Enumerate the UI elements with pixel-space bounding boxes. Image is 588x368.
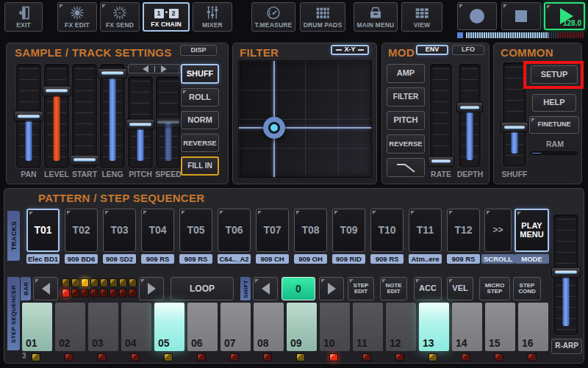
step-edit-button[interactable]: STEP EDIT [348, 277, 374, 300]
pitch-slider[interactable] [128, 76, 153, 168]
bar-flag[interactable] [129, 278, 137, 287]
bar-flag[interactable] [119, 289, 127, 297]
shift-value-display[interactable]: 0 [282, 277, 315, 300]
reverse-button[interactable]: REVERSE [181, 134, 219, 152]
exit-button[interactable]: EXIT [4, 2, 43, 32]
pan-slider-handle[interactable] [14, 111, 43, 122]
mod-rate-slider-handle[interactable] [428, 156, 454, 167]
pan-slider[interactable] [16, 64, 41, 168]
track-button-t12[interactable]: T12 [447, 209, 480, 252]
stop-button[interactable] [501, 2, 541, 30]
step-pad-01[interactable]: 01 [22, 303, 52, 351]
common-shuffle-slider-handle[interactable] [501, 122, 528, 133]
mod-env-shape-button[interactable] [387, 158, 425, 177]
mod-rate-slider[interactable] [430, 64, 452, 167]
r-arp-button[interactable]: R-ARP [551, 339, 582, 354]
track-button-t08[interactable]: T08 [294, 209, 327, 252]
help-button[interactable]: HELP [532, 94, 576, 112]
step-pad-12[interactable]: 12 [386, 303, 416, 351]
note-edit-button[interactable]: NOTE EDIT [380, 277, 407, 300]
finetune-button[interactable]: FINETUNE [529, 116, 579, 134]
bar-flag[interactable] [90, 289, 98, 297]
bar-flag[interactable] [62, 278, 70, 287]
mod-filter-button[interactable]: FILTER [387, 87, 425, 107]
filter-xy-pad[interactable] [238, 60, 372, 178]
micro-step-button[interactable]: MICRO STEP [479, 277, 510, 300]
step-pad-09[interactable]: 09 [287, 303, 317, 351]
mod-reverse-button[interactable]: REVERSE [387, 134, 425, 154]
norm-button[interactable]: NORM [181, 111, 219, 129]
mod-depth-slider[interactable] [459, 64, 481, 167]
track-button-t04[interactable]: T04 [141, 209, 174, 252]
bar-next-button[interactable] [139, 277, 164, 300]
mod-tab-lfo[interactable]: LFO [452, 45, 484, 55]
track-button-t10[interactable]: T10 [370, 209, 404, 252]
fill-in-button[interactable]: FILL IN [181, 156, 219, 176]
sample-nav-button[interactable] [128, 64, 181, 73]
speed-slider[interactable] [156, 76, 181, 168]
mod-pitch-button[interactable]: PITCH [387, 111, 425, 130]
bar-flag[interactable] [119, 278, 127, 287]
track-button-t07[interactable]: T07 [256, 209, 289, 252]
step-pad-02[interactable]: 02 [55, 303, 85, 351]
bar-flag[interactable] [100, 278, 108, 287]
bar-flag[interactable] [100, 289, 108, 297]
record-button[interactable] [457, 2, 497, 30]
mod-tab-env[interactable]: ENV [416, 45, 448, 55]
step-pad-16[interactable]: 16 [518, 303, 548, 351]
mixer-button[interactable]: MIXER [193, 2, 232, 32]
mod-depth-slider-handle[interactable] [456, 102, 483, 113]
length-slider-handle[interactable] [98, 68, 127, 79]
start-slider-handle[interactable] [70, 154, 99, 165]
bar-prev-button[interactable] [33, 277, 58, 300]
xy-puck[interactable] [263, 117, 285, 139]
track-button-t05[interactable]: T05 [179, 209, 212, 252]
fx-chain-button[interactable]: 12 FX CHAIN [143, 2, 190, 32]
speed-slider-handle[interactable] [154, 117, 183, 128]
bar-flag[interactable] [71, 278, 79, 287]
step-pad-07[interactable]: 07 [220, 303, 251, 351]
bar-flag[interactable] [81, 289, 89, 297]
xy-mode-button[interactable]: X-Y [331, 45, 369, 55]
bar-flag-current[interactable] [62, 289, 70, 297]
bar-flag[interactable] [129, 289, 137, 297]
start-slider[interactable] [72, 64, 97, 168]
bar-flag[interactable] [110, 278, 118, 287]
pattern-level-slider[interactable] [553, 214, 578, 335]
track-button-t06[interactable]: T06 [218, 209, 251, 252]
bar-flag-current[interactable] [81, 278, 89, 287]
bar-flag[interactable] [90, 278, 98, 287]
roll-button[interactable]: ROLL [181, 88, 219, 107]
level-slider[interactable] [44, 64, 69, 168]
step-pad-13[interactable]: 13 [419, 303, 449, 351]
drum-pads-button[interactable]: DRUM PADS [300, 2, 345, 32]
step-pad-06[interactable]: 06 [187, 303, 218, 351]
main-menu-button[interactable]: MAIN MENU [354, 2, 398, 32]
track-scroll-button[interactable]: >> [484, 209, 512, 252]
step-pad-05[interactable]: 05 [154, 303, 184, 351]
step-pad-14[interactable]: 14 [452, 303, 482, 351]
track-button-t02[interactable]: T02 [65, 209, 98, 252]
play-menu-button[interactable]: PLAY MENU [514, 209, 549, 252]
length-slider[interactable] [100, 64, 125, 168]
vel-button[interactable]: VEL [447, 277, 473, 300]
track-button-t11[interactable]: T11 [409, 209, 442, 252]
bar-flag[interactable] [110, 289, 118, 297]
step-pad-11[interactable]: 11 [353, 303, 383, 351]
pitch-slider-handle[interactable] [126, 119, 155, 130]
loop-button[interactable]: LOOP [171, 277, 234, 300]
track-button-t09[interactable]: T09 [332, 209, 365, 252]
step-cond-button[interactable]: STEP COND [513, 277, 541, 300]
step-pad-10[interactable]: 10 [320, 303, 350, 351]
step-pad-15[interactable]: 15 [485, 303, 515, 351]
t-measure-button[interactable]: T.MEASURE [251, 2, 295, 32]
track-button-t03[interactable]: T03 [103, 209, 136, 252]
acc-button[interactable]: ACC [414, 277, 442, 300]
fx-edit-button[interactable]: FX EDIT [57, 2, 97, 32]
shuff-button[interactable]: SHUFF [181, 64, 219, 84]
pattern-level-slider-handle[interactable] [551, 267, 581, 278]
level-slider-handle[interactable] [42, 85, 71, 96]
bar-flag[interactable] [71, 289, 79, 297]
track-button-t01[interactable]: T01 [26, 209, 60, 252]
view-button[interactable]: VIEW [401, 2, 442, 32]
